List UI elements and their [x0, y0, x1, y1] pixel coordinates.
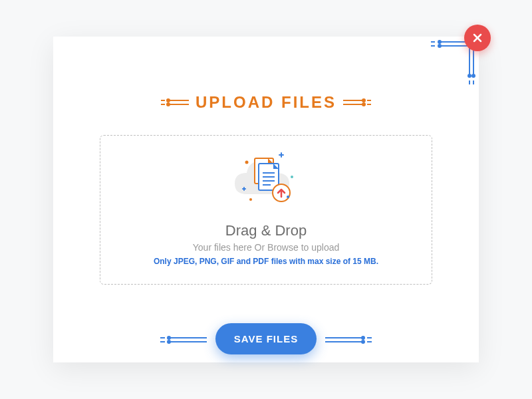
close-icon — [471, 32, 483, 44]
svg-point-51 — [362, 336, 364, 339]
save-files-button[interactable]: SAVE FILES — [215, 323, 317, 354]
button-ornament-left — [160, 333, 207, 346]
svg-point-42 — [287, 196, 289, 198]
svg-point-40 — [291, 176, 293, 178]
upload-files-icon — [229, 148, 303, 214]
modal-footer: SAVE FILES — [53, 323, 479, 354]
svg-point-7 — [468, 74, 471, 77]
svg-point-52 — [362, 340, 364, 343]
dropzone-heading: Drag & Drop — [100, 222, 432, 239]
svg-point-6 — [472, 74, 475, 77]
close-button[interactable] — [464, 25, 491, 51]
svg-point-16 — [167, 99, 170, 102]
dropzone-subtext: Your files here Or Browse to upload — [100, 242, 432, 253]
title-ornament-right — [343, 96, 371, 109]
svg-point-41 — [249, 198, 252, 201]
title-ornament-left — [161, 96, 189, 109]
modal-title: UPLOAD FILES — [196, 93, 336, 112]
upload-modal: UPLOAD FILES — [53, 37, 479, 362]
svg-point-4 — [438, 41, 441, 43]
file-dropzone[interactable]: Drag & Drop Your files here Or Browse to… — [100, 135, 432, 285]
svg-point-5 — [438, 45, 441, 47]
modal-header: UPLOAD FILES — [53, 93, 479, 112]
svg-point-39 — [245, 161, 249, 164]
svg-point-45 — [168, 336, 170, 339]
button-ornament-right — [325, 333, 372, 346]
svg-point-17 — [167, 103, 170, 106]
svg-point-22 — [362, 99, 365, 102]
svg-point-46 — [168, 340, 170, 343]
dropzone-hint: Only JPEG, PNG, GIF and PDF files with m… — [100, 257, 432, 266]
svg-point-23 — [362, 103, 365, 106]
